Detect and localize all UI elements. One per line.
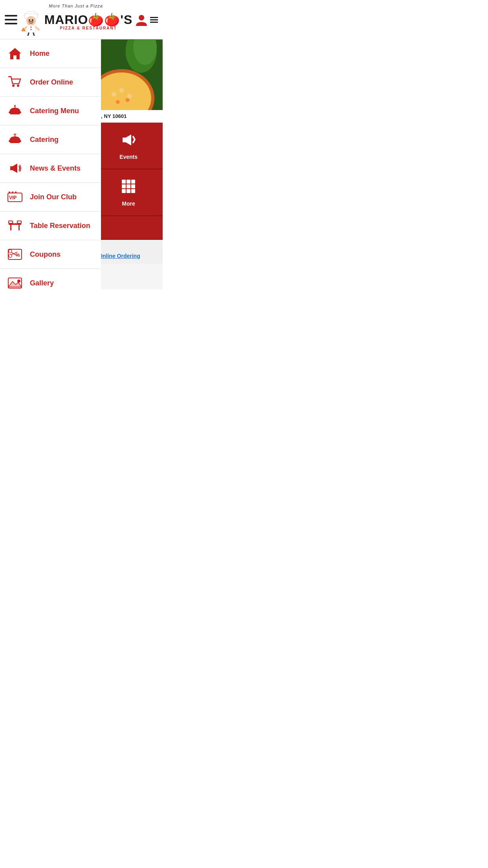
logo-main: MARIO🍅🍅'S Pizza & Restaurant [17,8,134,36]
chef-logo-icon [19,8,43,36]
sidebar-item-table-reservation-label: Table Reservation [30,222,90,230]
more-button-label: More [122,200,135,207]
svg-rect-23 [10,113,20,114]
image-icon [7,275,23,289]
sidebar-item-catering-menu-label: Catering Menu [30,107,79,115]
sidebar-item-catering-menu[interactable]: Catering Menu [0,97,101,125]
tagline: More Than Just a Pizza [17,4,134,8]
svg-point-3 [29,19,30,21]
svg-point-6 [30,26,31,28]
svg-rect-27 [10,142,20,143]
svg-rect-15 [150,19,158,20]
svg-point-63 [119,88,124,93]
hamburger-menu-button[interactable] [5,15,17,24]
sidebar-item-join-club[interactable]: VIP ★★★ Join Our Club [0,183,101,211]
sidebar-item-news-events-label: News & Events [30,164,81,173]
svg-point-2 [26,16,36,26]
app-header: More Than Just a Pizza [0,0,163,39]
svg-point-66 [126,98,130,102]
svg-rect-73 [127,184,130,188]
side-navigation-menu: Home Order Online [0,39,101,289]
profile-button[interactable] [134,13,158,27]
events-button-label: Events [119,154,138,160]
svg-point-65 [116,100,120,104]
svg-rect-69 [122,180,126,184]
brand-name: MARIO🍅🍅'S [44,13,133,26]
right-content-area: s, NY 10601 Events [94,39,163,289]
brand-sub: Pizza & Restaurant [44,26,133,30]
svg-rect-71 [131,180,135,184]
svg-point-44 [9,250,12,253]
svg-line-10 [28,33,29,36]
svg-point-13 [139,15,144,20]
sidebar-item-coupons-label: Coupons [30,250,61,259]
coupon-icon: % [7,246,23,262]
svg-rect-38 [17,221,21,223]
svg-rect-74 [131,184,135,188]
home-icon [7,46,23,61]
bottom-text: n [98,245,159,250]
cart-icon [7,74,23,90]
brand-text: MARIO🍅🍅'S Pizza & Restaurant [44,13,133,30]
address-text: s, NY 10601 [98,113,127,119]
svg-point-4 [32,19,33,21]
bottom-section: n Online Ordering [94,240,163,264]
svg-rect-70 [127,180,130,184]
svg-rect-76 [127,189,130,193]
partial-button [94,216,163,240]
vip-icon: VIP ★★★ [7,189,23,205]
tomato-icons: 🍅🍅 [88,13,120,27]
more-button[interactable]: More [94,169,163,216]
sidebar-item-table-reservation[interactable]: Table Reservation [0,211,101,240]
svg-point-25 [14,105,16,107]
svg-point-20 [17,85,19,87]
svg-text:★★★: ★★★ [8,190,17,194]
pizza-hero-image [94,39,163,110]
svg-rect-16 [150,22,158,23]
profile-menu-lines-icon [150,16,158,24]
events-button[interactable]: Events [94,123,163,169]
svg-text:VIP: VIP [9,195,17,200]
logo-area: More Than Just a Pizza [17,4,134,36]
sidebar-item-gallery[interactable]: Gallery [0,269,101,289]
svg-rect-72 [122,184,126,188]
sidebar-item-gallery-label: Gallery [30,279,54,287]
svg-point-19 [12,85,15,87]
svg-marker-17 [9,48,21,59]
svg-point-29 [15,134,16,135]
cloche2-icon [7,132,23,147]
svg-point-45 [9,254,12,257]
svg-rect-14 [150,17,158,18]
svg-point-62 [112,92,116,97]
svg-rect-37 [9,221,13,223]
svg-line-9 [36,27,39,30]
sidebar-item-news-events[interactable]: News & Events [0,154,101,183]
main-wrapper: Home Order Online [0,39,163,289]
svg-point-51 [17,280,20,283]
events-megaphone-icon [120,131,137,151]
sidebar-item-coupons[interactable]: % Coupons [0,240,101,269]
sidebar-item-catering[interactable]: Catering [0,125,101,154]
table-icon [7,218,23,234]
svg-rect-77 [131,189,135,193]
profile-icon [134,13,149,27]
svg-rect-36 [18,225,20,230]
cloche-icon [7,103,23,119]
svg-point-7 [30,29,31,30]
sidebar-item-home-label: Home [30,50,50,58]
sidebar-item-catering-label: Catering [30,136,59,144]
online-ordering-link[interactable]: Online Ordering [98,253,159,259]
svg-line-11 [33,33,34,36]
svg-point-64 [127,94,132,99]
online-ordering-link-partial: nline Ordering [103,253,140,259]
sidebar-item-home[interactable]: Home [0,39,101,68]
brand-name-part1: MARIO [44,13,88,27]
address-bar: s, NY 10601 [94,110,163,123]
more-grid-icon [120,178,137,197]
sidebar-item-order-online[interactable]: Order Online [0,68,101,97]
svg-text:%: % [16,252,20,258]
svg-rect-75 [122,189,126,193]
sidebar-item-order-online-label: Order Online [30,78,73,86]
action-buttons-group: Events More [94,123,163,240]
svg-rect-30 [10,166,13,170]
